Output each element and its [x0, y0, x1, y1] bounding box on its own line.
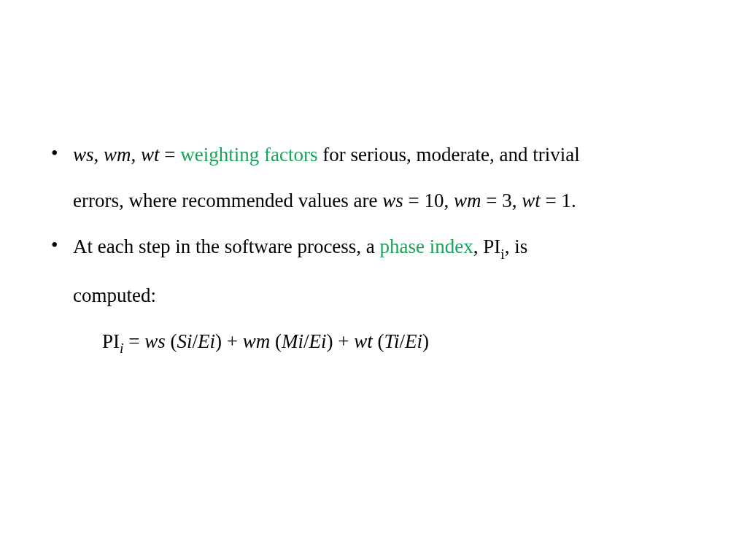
text-line: ws, wm, wt = weighting factors for serio…: [73, 142, 697, 168]
bullet-item: ws, wm, wt = weighting factors for serio…: [51, 142, 697, 214]
formula-line: PIi = ws (Si/Ei) + wm (Mi/Ei) + wt (Ti/E…: [73, 329, 697, 357]
bullet-item: At each step in the software process, a …: [51, 234, 697, 357]
text-line: At each step in the software process, a …: [73, 234, 697, 262]
slide-content: ws, wm, wt = weighting factors for serio…: [0, 0, 747, 357]
text-line: errors, where recommended values are ws …: [73, 188, 697, 214]
text-line: computed:: [73, 283, 697, 308]
bullet-list: ws, wm, wt = weighting factors for serio…: [51, 142, 697, 357]
